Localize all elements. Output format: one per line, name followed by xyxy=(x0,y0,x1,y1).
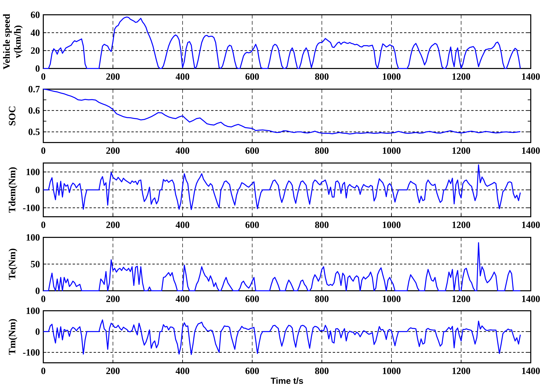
x-tick-label: 800 xyxy=(315,145,329,156)
x-tick-label: 600 xyxy=(245,71,259,82)
x-tick-label: 1000 xyxy=(382,145,401,156)
x-tick-label: 600 xyxy=(245,145,259,156)
subplot-tdem-plot xyxy=(43,163,531,217)
x-tick-label: 1200 xyxy=(452,294,471,304)
axes-box-tm xyxy=(43,311,531,363)
x-tick-label: 0 xyxy=(41,219,46,230)
x-tick-label: 1000 xyxy=(382,294,401,304)
y-axis-title-line: v(km/h) xyxy=(12,14,23,69)
y-tick-label: 0 xyxy=(2,285,40,296)
y-tick-label: 0.5 xyxy=(2,126,40,137)
x-tick-label: 1000 xyxy=(382,71,401,82)
y-axis-title-line: Te(Nm) xyxy=(7,248,18,280)
x-tick-label: 1400 xyxy=(521,294,540,304)
x-tick-label: 1400 xyxy=(521,71,540,82)
y-axis-title-line: Tdem(Nm) xyxy=(7,167,18,213)
y-axis-title-line: Tm(Nm) xyxy=(7,319,18,355)
data-line-tdem xyxy=(43,165,520,210)
x-tick-label: 200 xyxy=(106,145,120,156)
x-tick-label: 800 xyxy=(315,219,329,230)
x-tick-label: 800 xyxy=(315,294,329,304)
y-tick-label: 100 xyxy=(2,305,40,316)
y-axis-title-line: Vehicle speed xyxy=(1,14,12,69)
y-axis-title-soc: SOC xyxy=(7,106,18,126)
x-tick-label: 400 xyxy=(175,219,190,230)
subplot-te-plot xyxy=(43,237,531,291)
x-tick-label: 200 xyxy=(106,294,120,304)
x-tick-label: 200 xyxy=(106,71,120,82)
x-tick-label: 400 xyxy=(175,294,190,304)
data-line-vehicle-speed xyxy=(43,17,520,69)
data-line-tm xyxy=(43,320,520,354)
subplot-vehicle-speed-plot xyxy=(43,15,531,69)
x-tick-label: 1200 xyxy=(452,365,471,376)
data-line-te xyxy=(43,243,520,291)
x-tick-label: 1000 xyxy=(382,365,401,376)
x-tick-label: 800 xyxy=(315,71,329,82)
figure: Time t/s 0200400600800100012001400020406… xyxy=(0,0,542,392)
x-tick-label: 600 xyxy=(245,219,259,230)
axes-box-vehicle-speed xyxy=(43,15,531,69)
subplot-tm-plot xyxy=(43,311,531,363)
axes-box-soc xyxy=(43,89,531,142)
x-tick-label: 0 xyxy=(41,294,46,304)
x-tick-label: 1200 xyxy=(452,219,471,230)
x-tick-label: 1000 xyxy=(382,219,401,230)
x-tick-label: 1400 xyxy=(521,219,540,230)
x-axis-title: Time t/s xyxy=(271,376,304,386)
x-tick-label: 200 xyxy=(106,219,120,230)
x-tick-label: 0 xyxy=(41,145,46,156)
y-axis-title-tm: Tm(Nm) xyxy=(7,319,18,355)
y-axis-title-te: Te(Nm) xyxy=(7,248,18,280)
y-axis-title-vehicle-speed: Vehicle speedv(km/h) xyxy=(1,14,23,69)
x-tick-label: 1400 xyxy=(521,365,540,376)
x-tick-label: 200 xyxy=(106,365,120,376)
x-tick-label: 1200 xyxy=(452,145,471,156)
y-tick-label: 0.7 xyxy=(2,84,40,94)
y-axis-title-line: SOC xyxy=(7,106,18,126)
y-tick-label: 100 xyxy=(2,232,40,243)
x-tick-label: 400 xyxy=(175,145,190,156)
x-tick-label: 0 xyxy=(41,71,46,82)
x-tick-label: 1400 xyxy=(521,145,540,156)
subplot-soc-plot xyxy=(43,89,531,142)
x-tick-label: 800 xyxy=(315,365,329,376)
y-axis-title-tdem: Tdem(Nm) xyxy=(7,167,18,213)
x-tick-label: 1200 xyxy=(452,71,471,82)
x-tick-label: 600 xyxy=(245,365,259,376)
x-tick-label: 400 xyxy=(175,365,190,376)
data-line-soc xyxy=(43,89,520,134)
x-tick-label: 400 xyxy=(175,71,190,82)
x-tick-label: 600 xyxy=(245,294,259,304)
x-tick-label: 0 xyxy=(41,365,46,376)
